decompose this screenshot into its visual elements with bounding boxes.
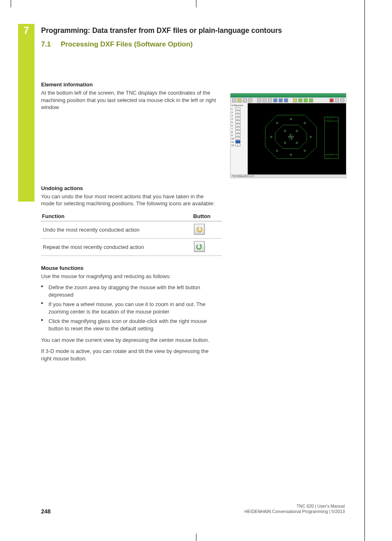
- list-item: Click the magnifying glass icon or doubl…: [41, 318, 218, 332]
- toolbar-icon: [304, 98, 308, 102]
- undoing-text: You can undo the four most recent action…: [41, 193, 218, 207]
- mouse-heading: Mouse functions: [41, 265, 218, 271]
- list-item: Define the zoom area by dragging the mou…: [41, 284, 218, 298]
- section-heading: 7.1 Processing DXF Files (Software Optio…: [41, 40, 193, 49]
- element-list-row: 6+: [231, 124, 247, 127]
- section-title: Processing DXF Files (Software Option): [61, 40, 193, 49]
- toolbar-icon: [263, 98, 267, 102]
- svg-line-20: [328, 116, 334, 122]
- chapter-sidebar: [18, 24, 35, 202]
- element-list-row: 10+: [231, 137, 247, 140]
- mouse-bullets: Define the zoom area by dragging the mou…: [41, 284, 218, 332]
- element-info-text: At the bottom left of the screen, the TN…: [41, 89, 218, 111]
- toolbar-icon: [279, 98, 283, 102]
- element-list-row: 11+: [231, 140, 247, 143]
- toolbar-icon: [273, 98, 277, 102]
- function-table: Function Button Undo the most recently c…: [41, 211, 222, 256]
- svg-point-9: [290, 118, 292, 120]
- svg-point-8: [304, 150, 306, 151]
- redo-icon: [194, 241, 205, 252]
- svg-point-14: [296, 142, 298, 144]
- cad-drawing-area: [248, 103, 346, 174]
- table-row: Undo the most recently conducted action: [41, 221, 222, 238]
- svg-point-4: [304, 122, 306, 124]
- screenshot-toolbar: [231, 98, 346, 103]
- svg-point-5: [270, 136, 272, 138]
- element-list-row: 2+: [231, 111, 247, 114]
- footer-line2: HEIDENHAIN Conversational Programming | …: [244, 509, 345, 515]
- element-list-row: 12+: [231, 144, 247, 146]
- element-list-row: 3+: [231, 114, 247, 117]
- toolbar-icon: [268, 98, 272, 102]
- col-function: Function: [41, 211, 192, 221]
- toolbar-icon: [309, 98, 313, 102]
- mouse-para2: If 3-D mode is active, you can rotate an…: [41, 348, 218, 362]
- element-list-panel: Id Element 1+2+3+4+5+6+7+8+9+10+11+12+: [231, 103, 248, 174]
- col-element: Element: [234, 104, 243, 107]
- element-list-row: 9+: [231, 134, 247, 137]
- svg-point-7: [277, 150, 278, 151]
- svg-point-10: [290, 154, 292, 156]
- toolbar-icon: [335, 98, 339, 102]
- toolbar-icon: [257, 98, 261, 102]
- svg-point-13: [284, 142, 286, 144]
- toolbar-icon: [284, 98, 288, 102]
- screenshot-titlebar: [231, 93, 346, 98]
- mouse-intro: Use the mouse for magnifying and reducin…: [41, 273, 218, 280]
- footer-line1: TNC 620 | User's Manual: [244, 504, 345, 509]
- svg-line-18: [325, 116, 329, 119]
- crop-mark: [196, 0, 196, 7]
- element-list-row: 4+: [231, 117, 247, 120]
- col-button: Button: [192, 211, 222, 221]
- svg-point-11: [284, 130, 286, 132]
- element-info-heading: Element information: [41, 81, 218, 88]
- toolbar-icon: [298, 98, 302, 102]
- toolbar-icon: [293, 98, 297, 102]
- svg-point-6: [310, 136, 311, 138]
- function-label: Undo the most recently conducted action: [41, 221, 192, 238]
- element-list-row: 7+: [231, 127, 247, 130]
- undoing-heading: Undoing actions: [41, 185, 218, 191]
- col-id: Id: [231, 104, 233, 107]
- element-list-row: 5+: [231, 121, 247, 123]
- document-page: 7 Programming: Data transfer from DXF fi…: [0, 0, 392, 541]
- svg-point-3: [277, 122, 278, 124]
- chapter-number-badge: 7: [18, 24, 35, 37]
- svg-point-12: [296, 130, 298, 132]
- status-bar: TNC 05/May/2013 13:07: [231, 174, 346, 178]
- toolbar-icon: [248, 98, 252, 102]
- crop-mark: [11, 0, 11, 7]
- toolbar-icon: [243, 98, 247, 102]
- page-footer: 248 TNC 620 | User's Manual HEIDENHAIN C…: [41, 504, 345, 515]
- svg-rect-15: [325, 117, 339, 159]
- close-icon: [330, 98, 334, 102]
- element-list-row: 1+: [231, 107, 247, 110]
- mouse-para1: You can move the current view by depress…: [41, 337, 218, 344]
- toolbar-icon: [232, 98, 236, 102]
- toolbar-icon: [340, 98, 344, 102]
- toolbar-icon: [238, 98, 242, 102]
- crop-mark: [364, 0, 365, 541]
- undo-icon: [194, 224, 205, 235]
- table-row: Repeat the most recently conducted actio…: [41, 238, 222, 255]
- crop-mark: [196, 534, 196, 541]
- section-number: 7.1: [41, 40, 51, 49]
- function-label: Repeat the most recently conducted actio…: [41, 238, 192, 255]
- page-number: 248: [41, 508, 51, 515]
- chapter-title: Programming: Data transfer from DXF file…: [41, 26, 282, 35]
- list-item: If you have a wheel mouse, you can use i…: [41, 301, 218, 315]
- dxf-editor-screenshot: Id Element 1+2+3+4+5+6+7+8+9+10+11+12+: [230, 93, 346, 178]
- element-list-row: 8+: [231, 130, 247, 133]
